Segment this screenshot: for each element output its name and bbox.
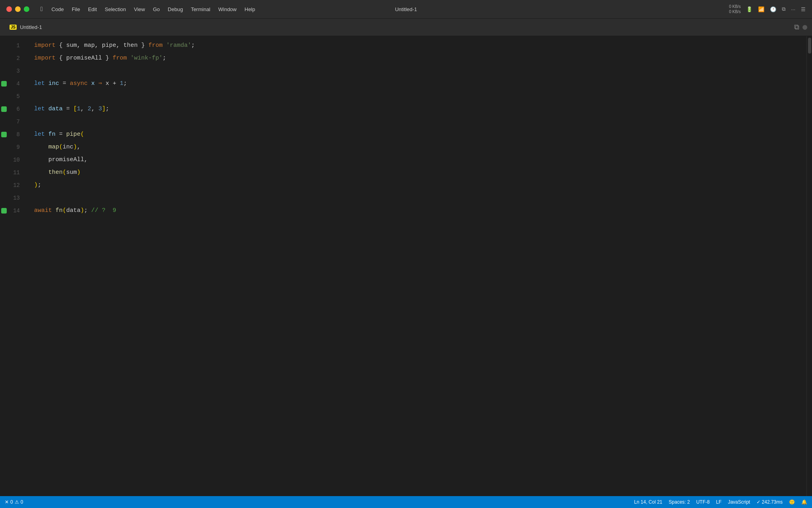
breakpoint-14[interactable] bbox=[0, 208, 8, 214]
line-ending[interactable]: LF bbox=[716, 499, 722, 505]
token-kw-blue: let bbox=[34, 106, 45, 112]
breakpoint-4[interactable] bbox=[0, 81, 8, 87]
code-content-1[interactable]: import { sum, map, pipe, then } from 'ra… bbox=[28, 39, 806, 52]
menu-help[interactable]: Help bbox=[241, 5, 259, 14]
breakpoint-8[interactable] bbox=[0, 132, 8, 137]
error-number: 0 bbox=[10, 499, 13, 505]
token-paren: ( bbox=[63, 207, 66, 214]
close-button[interactable] bbox=[6, 6, 12, 12]
code-content-2[interactable]: import { promiseAll } from 'wink-fp'; bbox=[28, 52, 806, 65]
apple-menu[interactable]:  bbox=[36, 4, 48, 14]
network-info: 0 KB/s 0 KB/s bbox=[729, 4, 741, 14]
battery-icon: 🔋 bbox=[746, 6, 753, 12]
minimize-button[interactable] bbox=[15, 6, 21, 12]
line-number-6: 6 bbox=[8, 103, 28, 115]
code-content-6[interactable]: let data = [1, 2, 3]; bbox=[28, 103, 806, 115]
token-plain: sum bbox=[66, 169, 77, 176]
code-line-14: 14await fn(data); // ? 9 bbox=[0, 204, 806, 217]
code-line-1: 1import { sum, map, pipe, then } from 'r… bbox=[0, 39, 806, 52]
code-editor[interactable]: 1import { sum, map, pipe, then } from 'r… bbox=[0, 36, 806, 220]
menu-terminal[interactable]: Terminal bbox=[187, 5, 214, 14]
code-content-14[interactable]: await fn(data); // ? 9 bbox=[28, 204, 806, 217]
token-plain bbox=[163, 42, 166, 49]
token-kw-blue: let bbox=[34, 131, 45, 138]
token-plain: ; bbox=[163, 55, 166, 62]
menu-debug[interactable]: Debug bbox=[164, 5, 187, 14]
line-number-9: 9 bbox=[8, 141, 28, 154]
token-plain: = bbox=[63, 106, 73, 112]
token-async-kw: async bbox=[70, 80, 88, 87]
menu-selection[interactable]: Selection bbox=[101, 5, 130, 14]
menubar:  Code File Edit Selection View Go Debug… bbox=[36, 4, 259, 14]
warning-number: 0 bbox=[21, 499, 23, 505]
list-icon[interactable]: ☰ bbox=[801, 6, 806, 12]
warning-icon: ⚠ bbox=[15, 499, 19, 505]
code-line-4: 4let inc = async x ⇒ x + 1; bbox=[0, 77, 806, 90]
line-number-11: 11 bbox=[8, 166, 28, 179]
token-fn-name: then bbox=[48, 169, 63, 176]
clock-icon: 🕐 bbox=[770, 6, 776, 12]
token-plain: ; bbox=[84, 207, 91, 214]
token-paren: ) bbox=[34, 182, 38, 189]
token-fn-name: fn bbox=[56, 207, 63, 214]
menu-window[interactable]: Window bbox=[214, 5, 241, 14]
code-content-4[interactable]: let inc = async x ⇒ x + 1; bbox=[28, 77, 806, 90]
line-number-2: 2 bbox=[8, 52, 28, 65]
token-plain: x + bbox=[102, 80, 120, 87]
token-arrow: ⇒ bbox=[98, 80, 102, 87]
token-plain: , bbox=[91, 106, 98, 112]
token-kw: import bbox=[34, 42, 56, 49]
line-number-14: 14 bbox=[8, 204, 28, 217]
editor-main[interactable]: 1import { sum, map, pipe, then } from 'r… bbox=[0, 36, 806, 496]
code-content-12[interactable]: ); bbox=[28, 179, 806, 192]
tabbar: JS Untitled-1 ⧉ bbox=[0, 19, 812, 36]
token-plain: , bbox=[80, 106, 88, 112]
code-content-11[interactable]: then(sum) bbox=[28, 166, 806, 179]
code-line-12: 12); bbox=[0, 179, 806, 192]
token-kw-blue: let bbox=[34, 80, 45, 87]
notification-icon[interactable]: 🔔 bbox=[801, 499, 807, 505]
menu-go[interactable]: Go bbox=[149, 5, 164, 14]
indent-info[interactable]: Spaces: 2 bbox=[669, 499, 690, 505]
line-number-7: 7 bbox=[8, 115, 28, 128]
menu-file[interactable]: File bbox=[68, 5, 84, 14]
code-content-8[interactable]: let fn = pipe( bbox=[28, 128, 806, 141]
maximize-button[interactable] bbox=[24, 6, 29, 12]
dirty-indicator bbox=[802, 25, 807, 30]
menu-view[interactable]: View bbox=[130, 5, 149, 14]
code-content-9[interactable]: map(inc), bbox=[28, 141, 806, 154]
titlebar:  Code File Edit Selection View Go Debug… bbox=[0, 0, 812, 19]
split-editor-icon[interactable]: ⧉ bbox=[794, 23, 799, 31]
token-plain bbox=[45, 106, 48, 112]
code-line-7: 7 bbox=[0, 115, 806, 128]
line-number-12: 12 bbox=[8, 179, 28, 192]
token-plain bbox=[88, 80, 91, 87]
error-count[interactable]: ✕ 0 ⚠ 0 bbox=[5, 499, 23, 505]
traffic-lights bbox=[0, 6, 29, 12]
tab-untitled-1[interactable]: JS Untitled-1 bbox=[5, 22, 47, 33]
code-line-13: 13 bbox=[0, 192, 806, 204]
token-paren: ( bbox=[59, 144, 63, 150]
emoji-icon[interactable]: 🙂 bbox=[789, 499, 795, 505]
token-import-name: sum bbox=[66, 42, 77, 49]
code-content-10[interactable]: promiseAll, bbox=[28, 154, 806, 166]
code-line-9: 9 map(inc), bbox=[0, 141, 806, 154]
line-number-3: 3 bbox=[8, 65, 28, 77]
more-icon[interactable]: ··· bbox=[791, 6, 795, 12]
breakpoint-6[interactable] bbox=[0, 106, 8, 112]
token-var-name: inc bbox=[48, 80, 59, 87]
token-paren: ( bbox=[63, 169, 66, 176]
token-import-name: map bbox=[84, 42, 95, 49]
scrollbar-track[interactable] bbox=[806, 36, 812, 496]
token-plain: , bbox=[95, 42, 102, 49]
encoding-info[interactable]: UTF-8 bbox=[696, 499, 710, 505]
token-plain bbox=[34, 144, 48, 150]
menu-code[interactable]: Code bbox=[48, 5, 68, 14]
status-right: Ln 14, Col 21 Spaces: 2 UTF-8 LF JavaScr… bbox=[634, 499, 807, 505]
token-async-kw: await bbox=[34, 207, 52, 214]
language-mode[interactable]: JavaScript bbox=[728, 499, 750, 505]
extensions-icon[interactable]: ⧉ bbox=[782, 6, 785, 12]
menu-edit[interactable]: Edit bbox=[84, 5, 101, 14]
cursor-position[interactable]: Ln 14, Col 21 bbox=[634, 499, 662, 505]
scrollbar-thumb[interactable] bbox=[808, 38, 811, 54]
